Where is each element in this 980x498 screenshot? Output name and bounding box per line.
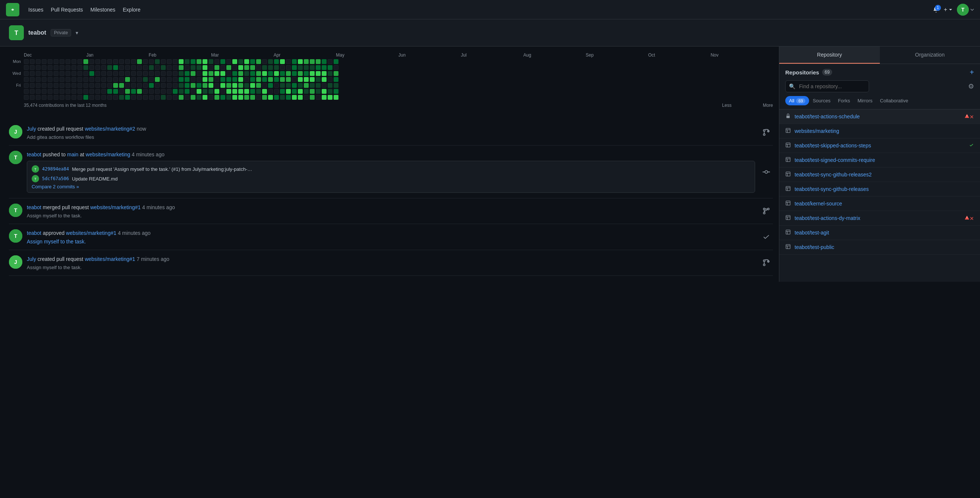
heatmap-cell[interactable] [95, 95, 100, 100]
heatmap-cell[interactable] [328, 89, 332, 94]
heatmap-cell[interactable] [125, 65, 130, 70]
heatmap-cell[interactable] [322, 89, 326, 94]
heatmap-cell[interactable] [268, 71, 273, 76]
heatmap-cell[interactable] [24, 89, 29, 94]
heatmap-cell[interactable] [232, 77, 237, 82]
heatmap-cell[interactable] [191, 65, 196, 70]
heatmap-cell[interactable] [256, 89, 261, 94]
heatmap-cell[interactable] [149, 77, 154, 82]
heatmap-cell[interactable] [328, 71, 332, 76]
heatmap-cell[interactable] [137, 89, 142, 94]
heatmap-cell[interactable] [274, 95, 279, 100]
heatmap-cell[interactable] [107, 59, 112, 64]
heatmap-cell[interactable] [113, 95, 118, 100]
heatmap-cell[interactable] [250, 59, 255, 64]
notifications-button[interactable]: 1 [933, 6, 939, 13]
heatmap-cell[interactable] [167, 89, 172, 94]
heatmap-cell[interactable] [262, 59, 267, 64]
repo-item[interactable]: teabot/test-signed-commits-require [779, 153, 980, 168]
heatmap-cell[interactable] [60, 71, 64, 76]
heatmap-cell[interactable] [137, 77, 142, 82]
heatmap-cell[interactable] [268, 77, 273, 82]
heatmap-cell[interactable] [250, 83, 255, 88]
heatmap-cell[interactable] [256, 71, 261, 76]
heatmap-cell[interactable] [310, 65, 315, 70]
heatmap-cell[interactable] [215, 83, 219, 88]
repo-name[interactable]: teabot/kernel-source [795, 201, 974, 206]
repo-item[interactable]: teabot/test-sync-github-releases2 [779, 168, 980, 182]
heatmap-cell[interactable] [226, 83, 231, 88]
heatmap-cell[interactable] [119, 95, 124, 100]
heatmap-cell[interactable] [65, 89, 70, 94]
heatmap-cell[interactable] [208, 83, 213, 88]
heatmap-cell[interactable] [42, 65, 46, 70]
activity-target-link[interactable]: websites/marketing#1 [85, 256, 135, 262]
heatmap-cell[interactable] [202, 83, 207, 88]
heatmap-cell[interactable] [197, 65, 201, 70]
heatmap-cell[interactable] [113, 77, 118, 82]
heatmap-cell[interactable] [72, 77, 76, 82]
heatmap-cell[interactable] [191, 59, 196, 64]
heatmap-cell[interactable] [286, 77, 291, 82]
heatmap-cell[interactable] [185, 77, 189, 82]
heatmap-cell[interactable] [167, 65, 172, 70]
heatmap-cell[interactable] [202, 77, 207, 82]
heatmap-cell[interactable] [149, 89, 154, 94]
heatmap-cell[interactable] [322, 95, 326, 100]
heatmap-cell[interactable] [292, 65, 297, 70]
heatmap-cell[interactable] [60, 95, 64, 100]
heatmap-cell[interactable] [48, 83, 52, 88]
heatmap-cell[interactable] [30, 77, 35, 82]
heatmap-cell[interactable] [226, 95, 231, 100]
heatmap-cell[interactable] [36, 77, 41, 82]
heatmap-cell[interactable] [83, 59, 88, 64]
heatmap-cell[interactable] [101, 95, 106, 100]
heatmap-cell[interactable] [292, 71, 297, 76]
heatmap-cell[interactable] [119, 83, 124, 88]
heatmap-cell[interactable] [280, 95, 285, 100]
heatmap-cell[interactable] [149, 71, 154, 76]
heatmap-cell[interactable] [89, 95, 94, 100]
activity-target-link[interactable]: websites/marketing#1 [66, 230, 116, 236]
heatmap-cell[interactable] [101, 77, 106, 82]
heatmap-cell[interactable] [113, 65, 118, 70]
heatmap-cell[interactable] [167, 83, 172, 88]
heatmap-cell[interactable] [179, 59, 184, 64]
heatmap-cell[interactable] [250, 77, 255, 82]
app-logo[interactable] [6, 3, 19, 16]
heatmap-cell[interactable] [95, 83, 100, 88]
heatmap-cell[interactable] [83, 89, 88, 94]
heatmap-cell[interactable] [83, 95, 88, 100]
heatmap-cell[interactable] [101, 59, 106, 64]
heatmap-cell[interactable] [54, 71, 59, 76]
heatmap-cell[interactable] [208, 59, 213, 64]
user-dropdown-button[interactable]: ▾ [76, 30, 78, 36]
heatmap-cell[interactable] [65, 95, 70, 100]
heatmap-cell[interactable] [238, 65, 243, 70]
heatmap-cell[interactable] [292, 95, 297, 100]
heatmap-cell[interactable] [220, 89, 225, 94]
heatmap-cell[interactable] [185, 89, 189, 94]
heatmap-cell[interactable] [220, 71, 225, 76]
heatmap-cell[interactable] [137, 83, 142, 88]
heatmap-cell[interactable] [131, 95, 136, 100]
heatmap-cell[interactable] [185, 83, 189, 88]
heatmap-cell[interactable] [232, 71, 237, 76]
heatmap-cell[interactable] [161, 65, 166, 70]
heatmap-cell[interactable] [131, 77, 136, 82]
heatmap-cell[interactable] [286, 71, 291, 76]
repos-search-input[interactable] [785, 80, 869, 92]
heatmap-cell[interactable] [143, 83, 148, 88]
repo-name[interactable]: teabot/test-sync-github-releases [795, 186, 974, 192]
heatmap-cell[interactable] [30, 59, 35, 64]
heatmap-cell[interactable] [83, 83, 88, 88]
heatmap-cell[interactable] [167, 71, 172, 76]
nav-pull-requests[interactable]: Pull Requests [51, 7, 83, 13]
heatmap-cell[interactable] [298, 59, 303, 64]
heatmap-cell[interactable] [113, 71, 118, 76]
repo-name[interactable]: teabot/test-actions-schedule [795, 114, 961, 119]
heatmap-cell[interactable] [274, 65, 279, 70]
heatmap-cell[interactable] [232, 95, 237, 100]
heatmap-cell[interactable] [24, 95, 29, 100]
heatmap-cell[interactable] [316, 71, 321, 76]
